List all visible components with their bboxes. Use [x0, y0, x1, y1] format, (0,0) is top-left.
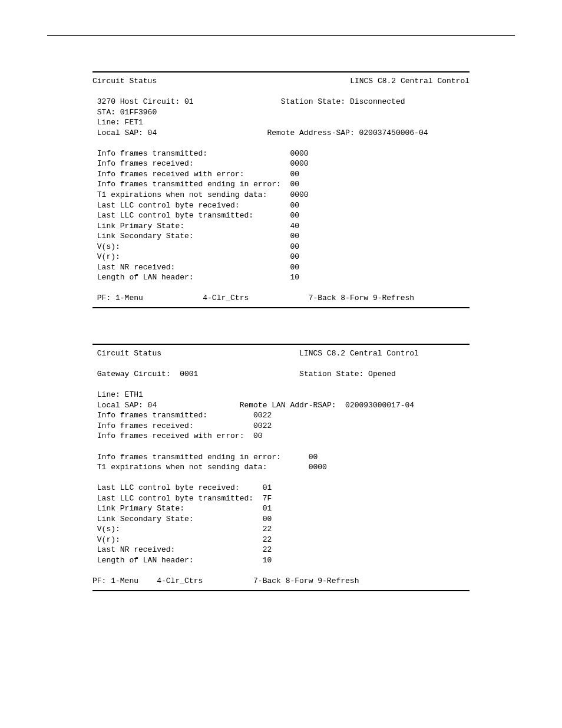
pf-right[interactable]: 7-Back 8-Forw 9-Refresh [309, 294, 414, 302]
stat-row: Info frames transmitted: 0022 [92, 411, 272, 420]
panel2-body: Circuit Status LINCS C8.2 Central Contro… [92, 348, 470, 587]
stat-row: Info frames received: 0000 [92, 159, 309, 168]
stat-row: T1 expirations when not sending data: 00… [92, 463, 327, 472]
blank-line [92, 87, 102, 96]
remote-addr: Remote Address-SAP: 020037450006-04 [267, 129, 428, 137]
circuit-status-panel-1: Circuit Status LINCS C8.2 Central Contro… [92, 71, 470, 308]
stat-row: Length of LAN header: 10 [92, 273, 299, 282]
blank-line [92, 380, 97, 389]
panel-title-left: Circuit Status [97, 349, 161, 358]
panel-title-left: Circuit Status [92, 76, 157, 87]
stat-row: Info frames received: 0022 [92, 421, 272, 430]
panel-bottom-rule [92, 590, 470, 591]
page-top-rule [47, 35, 515, 36]
blank-line [92, 284, 97, 292]
stat-row: Link Primary State: 40 [92, 222, 299, 230]
line-line: Line: FET1 [92, 118, 143, 127]
stat-row: Last LLC control byte received: 00 [92, 201, 299, 210]
station-state: Station State: Disconnected [281, 97, 405, 106]
sta-line: STA: 01FF3960 [92, 108, 157, 117]
stat-row: V(s): 22 [92, 525, 272, 533]
stat-row: Last LLC control byte transmitted: 7F [92, 494, 272, 503]
stat-row: Info frames received with error: 00 [92, 431, 263, 440]
stat-row: Last LLC control byte received: 01 [92, 483, 272, 492]
stat-row: Last NR received: 22 [92, 545, 272, 554]
panel-title-right: LINCS C8.2 Central Control [299, 349, 419, 358]
stat-row: V(r): 22 [92, 535, 272, 544]
pf-line[interactable]: PF: 1-Menu 4-Clr_Ctrs 7-Back 8-Forw 9-Re… [92, 577, 359, 585]
gateway-circuit: Gateway Circuit: 0001 [97, 370, 199, 378]
pf-menu[interactable]: PF: 1-Menu [97, 294, 143, 302]
stat-row: Info frames transmitted: 0000 [92, 149, 309, 158]
stat-row: Last LLC control byte transmitted: 00 [92, 211, 299, 220]
stat-row: Link Secondary State: 00 [92, 232, 299, 241]
panel-title-right: LINCS C8.2 Central Control [350, 76, 470, 87]
stat-row: T1 expirations when not sending data: 00… [92, 190, 309, 199]
stat-row: Info frames transmitted ending in error:… [92, 180, 299, 189]
stat-row: Info frames received with error: 00 [92, 170, 299, 179]
station-state: Station State: Opened [299, 370, 396, 378]
host-circuit: 3270 Host Circuit: 01 [97, 97, 194, 106]
stat-row: Length of LAN header: 10 [92, 556, 272, 565]
remote-addr: Remote LAN Addr-RSAP: 020093000017-04 [240, 401, 414, 410]
blank-line [92, 139, 97, 147]
stat-row: Link Secondary State: 00 [92, 515, 272, 523]
stat-row: Last NR received: 00 [92, 263, 299, 272]
line-line: Line: ETH1 [92, 390, 143, 399]
local-sap: Local SAP: 04 [97, 129, 157, 137]
panel-title-row: Circuit Status LINCS C8.2 Central Contro… [92, 76, 470, 87]
stat-row: Link Primary State: 01 [92, 504, 272, 513]
stat-row: V(s): 00 [92, 242, 299, 251]
panel-bottom-rule [92, 307, 470, 308]
stat-row: V(r): 00 [92, 252, 299, 261]
panel-top-rule [92, 344, 470, 345]
pf-clr-ctrs[interactable]: 4-Clr_Ctrs [203, 294, 249, 302]
panel-top-rule [92, 71, 470, 73]
circuit-status-panel-2: Circuit Status LINCS C8.2 Central Contro… [92, 344, 470, 591]
panel1-body: 3270 Host Circuit: 01 Station State: Dis… [92, 87, 470, 304]
blank-line [92, 360, 97, 368]
stat-row: Info frames transmitted ending in error:… [92, 453, 318, 462]
local-sap: Local SAP: 04 [97, 401, 157, 410]
